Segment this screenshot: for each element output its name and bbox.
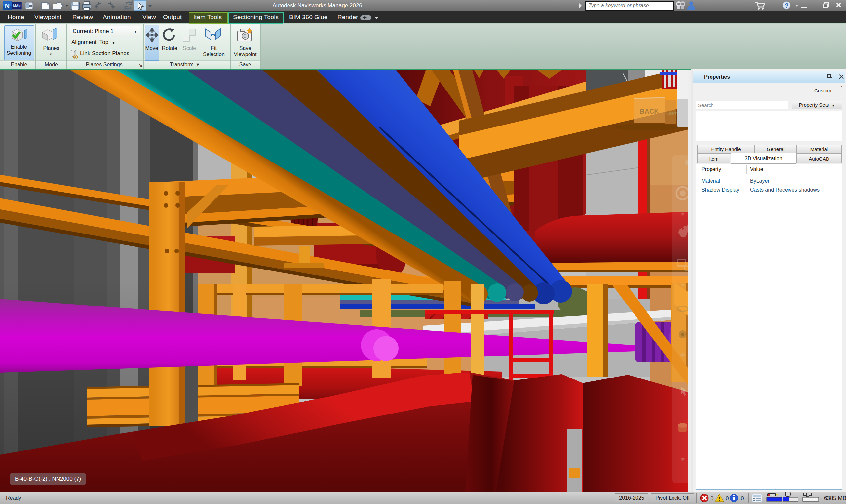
svg-text:0: 0 <box>726 496 729 502</box>
svg-text:?: ? <box>785 2 789 9</box>
svg-text:LEFT: LEFT <box>666 111 677 116</box>
svg-text:0: 0 <box>741 496 743 502</box>
svg-text:BACK: BACK <box>640 108 659 115</box>
svg-text:N: N <box>5 2 10 10</box>
svg-text:MAN: MAN <box>13 4 21 7</box>
svg-text:0: 0 <box>710 496 713 502</box>
